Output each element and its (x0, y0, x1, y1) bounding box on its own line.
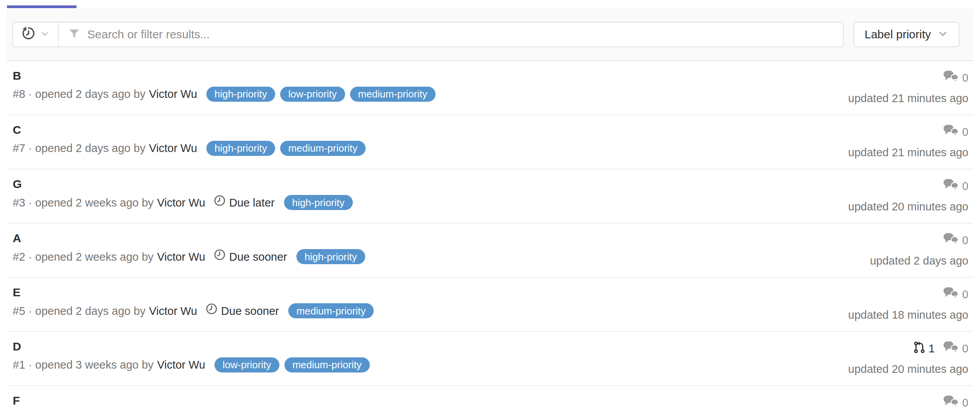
comments-count[interactable]: 0 (943, 70, 968, 86)
label-badge[interactable]: medium-priority (284, 357, 370, 372)
issue-title[interactable]: F (13, 394, 271, 407)
issue-main: B #8 · opened 2 days ago by Victor Wu hi… (13, 69, 436, 102)
comments-count-value: 0 (962, 180, 968, 193)
issue-title[interactable]: G (13, 178, 353, 191)
issue-labels: high-priority (296, 249, 365, 264)
issue-updated: updated 21 minutes ago (848, 91, 968, 106)
issue-due-date: Due later (214, 195, 275, 210)
issue-author-link[interactable]: Victor Wu (157, 195, 205, 210)
comments-count-value: 0 (962, 342, 968, 355)
label-badge[interactable]: low-priority (280, 87, 345, 102)
issue-side: 1 0 updated 20 minutes ago (848, 340, 968, 377)
issue-labels: medium-priority (288, 303, 374, 318)
issue-row: G #3 · opened 2 weeks ago by Victor Wu D… (7, 169, 973, 224)
issues-list: B #8 · opened 2 days ago by Victor Wu hi… (7, 61, 973, 410)
comments-count[interactable]: 0 (943, 178, 968, 194)
issue-title[interactable]: B (13, 69, 436, 82)
comments-count[interactable]: 0 (943, 287, 968, 302)
issue-row: F #6 · opened 2 days ago by Victor Wu lo… (7, 386, 973, 410)
issue-side: 0 updated 21 minutes ago (848, 123, 968, 160)
issue-updated: updated 20 minutes ago (848, 361, 968, 377)
label-badge[interactable]: high-priority (296, 249, 365, 264)
issue-side-top: 0 (943, 395, 968, 410)
issue-updated: updated 2 days ago (870, 253, 968, 268)
issue-main: G #3 · opened 2 weeks ago by Victor Wu D… (13, 178, 353, 210)
issue-meta: #2 · opened 2 weeks ago by Victor Wu Due… (13, 249, 365, 265)
issue-due-date: Due sooner (214, 249, 287, 265)
comments-count[interactable]: 0 (943, 232, 968, 248)
issue-author-link[interactable]: Victor Wu (149, 140, 197, 156)
clock-icon (206, 303, 218, 319)
issue-side-top: 1 0 (913, 341, 968, 357)
search-input[interactable]: Search or filter results... (59, 22, 843, 46)
issue-side-top: 0 (943, 232, 968, 248)
label-badge[interactable]: medium-priority (288, 303, 374, 318)
comments-icon (943, 178, 959, 194)
issue-side-top: 0 (943, 70, 968, 86)
active-tab-indicator[interactable] (7, 5, 77, 8)
issue-meta: #7 · opened 2 days ago by Victor Wu high… (13, 140, 366, 156)
comments-count[interactable]: 0 (943, 341, 968, 357)
issue-meta: #5 · opened 2 days ago by Victor Wu Due … (13, 303, 374, 319)
label-badge[interactable]: low-priority (214, 357, 279, 372)
label-badge[interactable]: high-priority (206, 141, 275, 156)
issue-side: 0 updated 21 minutes ago (848, 69, 968, 106)
issue-main: C #7 · opened 2 days ago by Victor Wu hi… (13, 123, 366, 156)
issue-title[interactable]: C (13, 123, 366, 137)
issue-labels: high-priority (284, 195, 353, 210)
filter-bar: Search or filter results... Label priori… (7, 8, 973, 61)
issue-title[interactable]: A (13, 232, 365, 245)
issue-author-link[interactable]: Victor Wu (149, 303, 197, 319)
issue-meta-text: #5 · opened 2 days ago by (13, 303, 145, 319)
issue-labels: high-prioritylow-prioritymedium-priority (206, 87, 436, 102)
issue-side: 0 updated 20 minutes ago (848, 394, 968, 410)
sort-dropdown-button[interactable]: Label priority (854, 22, 960, 47)
comments-count-value: 0 (962, 126, 968, 138)
label-badge[interactable]: high-priority (206, 87, 275, 102)
issue-author-link[interactable]: Victor Wu (157, 357, 205, 372)
issue-due-label: Due later (229, 195, 275, 210)
history-icon (21, 26, 36, 42)
tabs-bar (0, 0, 980, 8)
issue-due-date: Due sooner (206, 303, 279, 319)
comments-count-value: 0 (962, 288, 968, 301)
issue-updated: updated 21 minutes ago (848, 145, 968, 160)
issue-title[interactable]: E (13, 286, 374, 299)
comments-count[interactable]: 0 (943, 124, 968, 140)
merge-request-count-value: 1 (929, 342, 935, 355)
issue-main: D #1 · opened 3 weeks ago by Victor Wu l… (13, 340, 370, 372)
issue-due-label: Due sooner (229, 249, 287, 265)
comments-icon (943, 287, 959, 302)
label-badge[interactable]: high-priority (284, 195, 353, 210)
search-placeholder: Search or filter results... (87, 28, 210, 41)
issue-row: E #5 · opened 2 days ago by Victor Wu Du… (7, 278, 973, 332)
comments-count-value: 0 (962, 234, 968, 247)
issue-author-link[interactable]: Victor Wu (149, 86, 197, 102)
clock-icon (214, 249, 226, 265)
issue-updated: updated 18 minutes ago (848, 307, 968, 323)
issue-side-top: 0 (943, 124, 968, 140)
label-badge[interactable]: medium-priority (350, 87, 436, 102)
issue-updated: updated 20 minutes ago (848, 199, 968, 214)
comments-count[interactable]: 0 (943, 395, 968, 410)
merge-requests-count[interactable]: 1 (913, 341, 935, 357)
search-group: Search or filter results... (12, 22, 844, 47)
issue-meta-text: #1 · opened 3 weeks ago by (13, 357, 153, 372)
recent-searches-button[interactable] (13, 22, 59, 46)
issue-main: A #2 · opened 2 weeks ago by Victor Wu D… (13, 232, 365, 265)
issue-meta-text: #2 · opened 2 weeks ago by (13, 249, 153, 265)
issue-author-link[interactable]: Victor Wu (157, 249, 205, 265)
issue-title[interactable]: D (13, 340, 370, 353)
issue-row: C #7 · opened 2 days ago by Victor Wu hi… (7, 115, 973, 169)
sort-dropdown-label: Label priority (864, 28, 931, 41)
comments-icon (943, 395, 959, 410)
clock-icon (214, 195, 226, 210)
issue-main: E #5 · opened 2 days ago by Victor Wu Du… (13, 286, 374, 319)
filter-funnel-icon (68, 27, 80, 41)
comments-icon (943, 232, 959, 248)
issue-side: 0 updated 20 minutes ago (848, 178, 968, 214)
issue-meta-text: #3 · opened 2 weeks ago by (13, 195, 153, 210)
chevron-down-icon (40, 29, 50, 40)
label-badge[interactable]: medium-priority (280, 141, 366, 156)
chevron-down-icon (937, 28, 949, 41)
